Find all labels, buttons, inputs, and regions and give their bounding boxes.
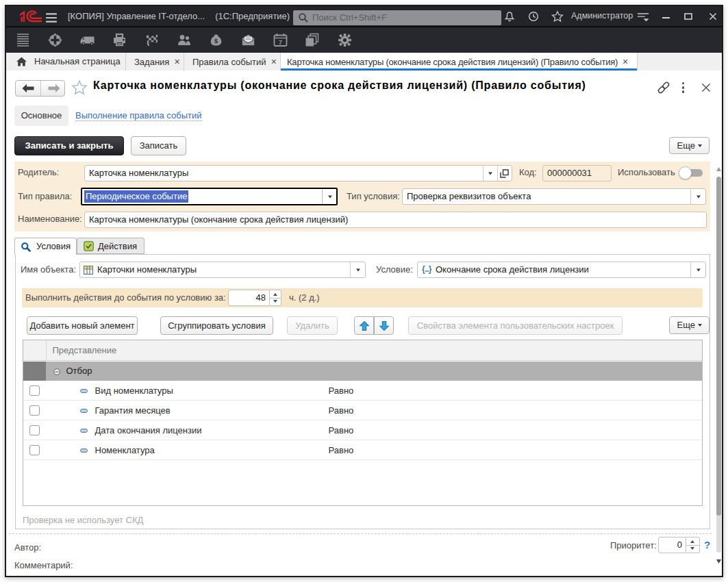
svg-text:$: $ bbox=[214, 38, 218, 45]
svg-text:7: 7 bbox=[279, 38, 282, 46]
